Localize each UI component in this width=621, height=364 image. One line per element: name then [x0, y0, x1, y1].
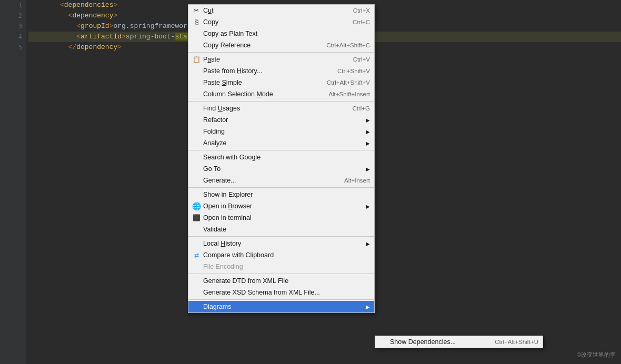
copy-plain-label: Copy as Plain Text: [203, 30, 370, 37]
generate-label: Generate...: [203, 177, 334, 184]
analyze-arrow: ▶: [366, 140, 370, 146]
cut-label: Cut: [203, 7, 343, 14]
column-mode-label: Column Selection Mode: [203, 90, 318, 98]
folding-arrow: ▶: [366, 129, 370, 135]
menu-item-refactor[interactable]: Refactor ▶: [188, 114, 374, 126]
column-mode-shortcut: Alt+Shift+Insert: [328, 91, 370, 97]
menu-item-copy-plain[interactable]: Copy as Plain Text: [188, 28, 374, 39]
refactor-label: Refactor: [203, 116, 364, 124]
menu-item-copy-reference[interactable]: Copy Reference Ctrl+Alt+Shift+C: [188, 39, 374, 51]
menu-item-folding[interactable]: Folding ▶: [188, 126, 374, 137]
paste-history-shortcut: Ctrl+Shift+V: [337, 68, 370, 74]
line-num-2: 2: [18, 11, 22, 21]
compare-icon: ⇄: [192, 250, 201, 260]
menu-item-column-mode[interactable]: Column Selection Mode Alt+Shift+Insert: [188, 88, 374, 100]
show-deps-shortcut: Ctrl+Alt+Shift+U: [495, 339, 538, 345]
find-usages-label: Find Usages: [203, 105, 342, 112]
goto-arrow: ▶: [366, 166, 370, 172]
copy-shortcut: Ctrl+C: [353, 19, 370, 25]
diagrams-submenu: Show Dependencies... Ctrl+Alt+Shift+U: [375, 336, 543, 348]
menu-item-paste-history[interactable]: Paste from History... Ctrl+Shift+V: [188, 65, 374, 77]
menu-item-file-encoding[interactable]: File Encoding: [188, 261, 374, 272]
menu-item-gen-xsd[interactable]: Generate XSD Schema from XML File...: [188, 287, 374, 298]
menu-item-validate[interactable]: Validate: [188, 224, 374, 235]
cut-shortcut: Ctrl+X: [353, 7, 370, 14]
gen-dtd-label: Generate DTD from XML File: [203, 277, 370, 285]
paste-history-label: Paste from History...: [203, 67, 327, 75]
menu-item-gen-dtd[interactable]: Generate DTD from XML File: [188, 275, 374, 287]
diagrams-arrow: ▶: [366, 304, 370, 310]
find-usages-shortcut: Ctrl+G: [352, 105, 370, 112]
copy-label: Copy: [203, 18, 342, 26]
line-num-4: 4: [18, 32, 22, 42]
menu-item-analyze[interactable]: Analyze ▶: [188, 137, 374, 149]
open-terminal-label: Open in terminal: [203, 214, 370, 221]
gen-xsd-label: Generate XSD Schema from XML File...: [203, 289, 370, 296]
line-numbers: 1 2 3 4 5: [0, 0, 26, 364]
globe-icon: 🌐: [192, 201, 201, 211]
file-encoding-label: File Encoding: [203, 263, 370, 270]
separator-4: [188, 187, 374, 188]
menu-item-find-usages[interactable]: Find Usages Ctrl+G: [188, 103, 374, 114]
menu-item-compare-clipboard[interactable]: ⇄ Compare with Clipboard: [188, 249, 374, 261]
menu-item-show-explorer[interactable]: Show in Explorer: [188, 189, 374, 200]
menu-item-open-browser[interactable]: 🌐 Open in Browser ▶: [188, 200, 374, 212]
generate-shortcut: Alt+Insert: [344, 177, 370, 184]
goto-label: Go To: [203, 165, 364, 173]
folding-label: Folding: [203, 128, 364, 135]
line-num-5: 5: [18, 42, 22, 53]
open-browser-arrow: ▶: [366, 204, 370, 209]
paste-shortcut: Ctrl+V: [353, 56, 370, 63]
search-google-label: Search with Google: [203, 154, 370, 161]
line-num-1: 1: [18, 0, 22, 11]
menu-item-paste[interactable]: 📋 Paste Ctrl+V: [188, 54, 374, 65]
menu-item-paste-simple[interactable]: Paste Simple Ctrl+Alt+Shift+V: [188, 77, 374, 88]
copy-icon: ⎘: [192, 17, 201, 27]
line-num-3: 3: [18, 21, 22, 32]
show-explorer-label: Show in Explorer: [203, 191, 370, 198]
terminal-icon: ⬛: [192, 213, 201, 223]
analyze-label: Analyze: [203, 139, 364, 147]
paste-simple-label: Paste Simple: [203, 79, 316, 86]
menu-item-cut[interactable]: ✂ Cut Ctrl+X: [188, 5, 374, 16]
menu-item-generate[interactable]: Generate... Alt+Insert: [188, 175, 374, 186]
local-history-label: Local History: [203, 240, 364, 247]
separator-7: [188, 299, 374, 300]
separator-1: [188, 52, 374, 53]
validate-label: Validate: [203, 226, 370, 233]
scissors-icon: ✂: [192, 6, 201, 15]
menu-item-goto[interactable]: Go To ▶: [188, 163, 374, 175]
separator-3: [188, 150, 374, 150]
local-history-arrow: ▶: [366, 241, 370, 247]
compare-clipboard-label: Compare with Clipboard: [203, 251, 370, 259]
paste-label: Paste: [203, 56, 343, 63]
show-deps-label: Show Dependencies...: [390, 338, 484, 346]
copy-reference-label: Copy Reference: [203, 42, 316, 49]
menu-item-open-terminal[interactable]: ⬛ Open in terminal: [188, 212, 374, 224]
separator-6: [188, 274, 374, 274]
paste-simple-shortcut: Ctrl+Alt+Shift+V: [327, 79, 370, 86]
context-menu: ✂ Cut Ctrl+X ⎘ Copy Ctrl+C Copy as Plain…: [188, 4, 375, 313]
watermark: ©改变世界的李: [577, 351, 616, 359]
copy-reference-shortcut: Ctrl+Alt+Shift+C: [326, 42, 370, 48]
diagrams-label: Diagrams: [203, 303, 364, 310]
menu-item-diagrams[interactable]: Diagrams ▶: [188, 301, 374, 312]
open-browser-label: Open in Browser: [203, 203, 364, 210]
menu-item-copy[interactable]: ⎘ Copy Ctrl+C: [188, 16, 374, 28]
separator-2: [188, 101, 374, 102]
separator-5: [188, 236, 374, 237]
submenu-item-show-deps[interactable]: Show Dependencies... Ctrl+Alt+Shift+U: [375, 336, 543, 348]
menu-item-search-google[interactable]: Search with Google: [188, 151, 374, 163]
paste-icon: 📋: [192, 55, 201, 64]
menu-item-local-history[interactable]: Local History ▶: [188, 238, 374, 249]
refactor-arrow: ▶: [366, 117, 370, 123]
